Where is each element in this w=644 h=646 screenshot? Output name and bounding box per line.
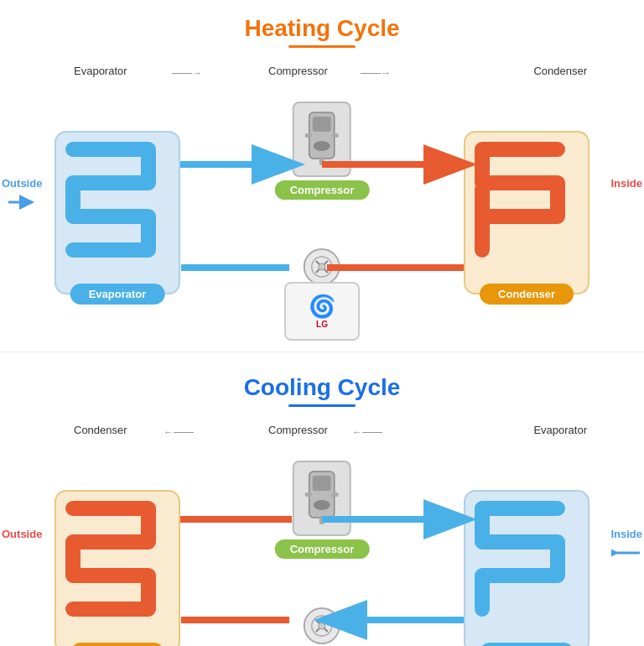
cooling-compressor-icon — [293, 461, 351, 536]
svg-rect-2 — [313, 117, 331, 132]
svg-point-25 — [319, 623, 325, 629]
cooling-compressor: Compressor — [275, 461, 370, 559]
heating-compressor-badge: Compressor — [275, 180, 370, 200]
expansion-valve-svg — [310, 255, 334, 279]
cooling-condenser-badge: Condenser — [70, 643, 164, 646]
heating-header-labels: Evaporator ——→ Compressor ——→ Condenser — [0, 56, 644, 83]
svg-rect-6 — [332, 133, 339, 138]
cooling-condenser-box: Condenser — [55, 490, 180, 646]
compressor-svg — [301, 108, 343, 171]
cooling-condenser-label: Condenser — [74, 424, 127, 436]
heating-section: Heating Cycle Evaporator ——→ Compressor … — [0, 0, 644, 345]
heating-evaporator-coil — [56, 133, 164, 275]
heating-condenser-coil — [465, 133, 573, 275]
svg-point-18 — [314, 500, 330, 510]
heating-evaporator-box: Evaporator — [55, 131, 180, 294]
cooling-inside: Inside — [610, 528, 642, 562]
heating-component-area: Outside Inside Evaporator — [0, 85, 644, 345]
heating-compressor-icon — [293, 102, 351, 177]
svg-rect-21 — [332, 492, 339, 497]
cooling-section: Cooling Cycle Condenser ←—— Compressor ←… — [0, 359, 644, 646]
cooling-condenser-coil — [56, 492, 164, 634]
heating-condenser-badge: Condenser — [480, 284, 574, 305]
outside-arrow-heat — [7, 193, 37, 211]
svg-rect-4 — [319, 157, 325, 165]
cooling-outside: Outside — [2, 528, 42, 540]
cooling-evaporator-badge: Evaporator — [480, 643, 574, 646]
cooling-compressor-label: Compressor — [268, 424, 328, 436]
svg-point-3 — [314, 141, 330, 151]
svg-rect-5 — [305, 133, 312, 138]
h-arrow2: ——→ — [361, 67, 391, 79]
heating-inside: Inside — [610, 177, 642, 190]
cooling-evaporator-label: Evaporator — [533, 424, 587, 436]
h-arrow1: ——→ — [172, 67, 202, 79]
svg-rect-17 — [313, 476, 331, 491]
cooling-header-labels: Condenser ←—— Compressor ←—— Evaporator — [0, 415, 644, 442]
expansion-valve-svg-cool — [310, 614, 334, 638]
heating-condenser-box: Condenser — [464, 131, 589, 294]
heating-evaporator-badge: Evaporator — [70, 284, 165, 305]
heating-title: Heating Cycle — [0, 0, 644, 45]
cooling-expansion: Expansion Valve — [285, 607, 360, 646]
heating-underline — [288, 45, 356, 48]
heating-compressor: Compressor — [275, 102, 370, 200]
cooling-underline — [288, 404, 356, 407]
svg-rect-20 — [305, 492, 312, 497]
cooling-title: Cooling Cycle — [0, 359, 644, 404]
cooling-component-area: Outside Inside Condenser — [0, 444, 644, 646]
heating-fan-unit: 🌀 LG — [284, 282, 360, 341]
svg-point-10 — [319, 263, 325, 270]
heating-expansion-icon — [304, 248, 340, 285]
compressor-svg-cool — [301, 467, 343, 530]
svg-rect-19 — [319, 516, 325, 524]
c-arrow2: ←—— — [352, 426, 382, 438]
cooling-evaporator-box: Evaporator — [464, 490, 589, 646]
heating-outside: Outside — [2, 177, 42, 211]
cooling-expansion-icon — [304, 607, 340, 644]
inside-arrow-cool — [611, 544, 641, 562]
cooling-compressor-badge: Compressor — [275, 539, 370, 559]
section-divider — [0, 352, 644, 352]
fan-logo: LG — [316, 320, 328, 329]
heating-condenser-label: Condenser — [533, 65, 587, 77]
heating-compressor-label: Compressor — [268, 65, 328, 77]
cooling-evaporator-coil — [465, 492, 573, 634]
c-arrow1: ←—— — [164, 426, 194, 438]
heating-evaporator-label: Evaporator — [74, 65, 127, 77]
